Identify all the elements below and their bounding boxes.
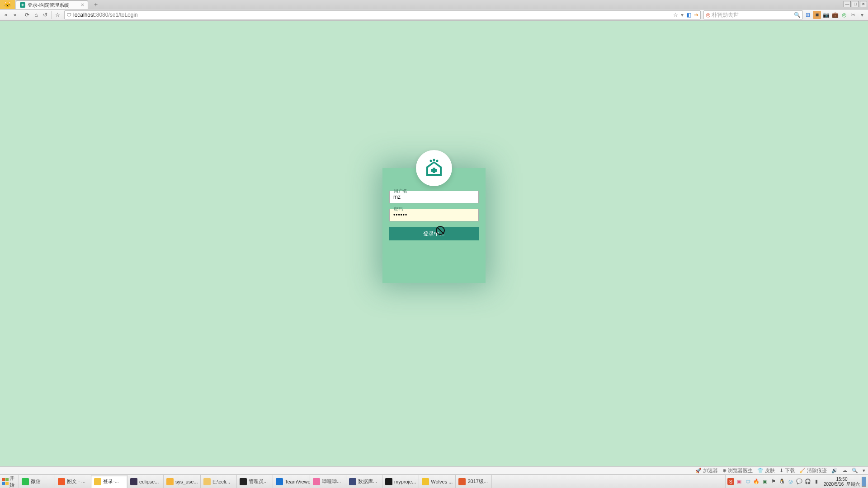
taskbar-item[interactable]: 管理员... [237,475,273,488]
status-accel[interactable]: 🚀 加速器 [695,467,718,474]
status-accel-label: 加速器 [703,467,718,474]
taskbar-item-label: 管理员... [249,478,268,485]
status-skin[interactable]: 👕 皮肤 [757,467,775,474]
taskbar-item[interactable]: myproje... [382,475,419,488]
tray-video-icon[interactable]: ▣ [736,478,743,485]
ext-green-icon[interactable]: ◎ [840,11,848,19]
home-button[interactable]: ⌂ [32,11,40,19]
login-button-label: 登录中… [423,230,445,238]
status-clear-label: 清除痕迹 [807,467,827,474]
maximize-button[interactable]: □ [852,1,859,7]
url-dropdown-icon[interactable]: ▾ [681,12,684,18]
status-clear[interactable]: 🧹 清除痕迹 [799,467,827,474]
clock-day: 星期六 [846,482,860,487]
browser-tab[interactable]: ✚ 登录-医院管理系统 × [16,0,88,9]
svg-point-3 [433,159,435,161]
status-strip: 🚀 加速器 ⊕ 浏览器医生 👕 皮肤 ⬇ 下载 🧹 清除痕迹 🔊 ☁ 🔍 ▾ [0,466,868,474]
taskbar-item[interactable]: TeamViewer [273,475,310,488]
go-icon[interactable]: ➔ [694,12,698,18]
taskbar-item-icon [94,478,101,485]
tray-flame-icon[interactable]: 🔥 [753,478,760,485]
taskbar-item[interactable]: eclipse... [127,475,164,488]
taskbar-item-label: 微信 [31,478,41,485]
url-path: /se1/toLogin [108,12,137,18]
taskbar-item-icon [422,478,429,485]
taskbar-item-icon [240,478,247,485]
taskbar-item[interactable]: Wolves ... [419,475,456,488]
ext-menu-icon[interactable]: ▾ [858,11,866,19]
start-button[interactable]: 开始 [0,475,19,488]
svg-point-2 [430,160,432,162]
taskbar-item[interactable]: sys_use... [164,475,201,488]
url-bar[interactable]: 🛡 localhost :8080 /se1/toLogin ☆ ▾ ◧ ➔ [64,10,701,19]
start-label: 开始 [9,475,17,488]
taskbar-item-label: E:\ecli... [212,479,230,484]
taskbar-item-icon [349,478,356,485]
taskbar-item[interactable]: 图文 - ... [55,475,91,488]
rocket-icon: 🚀 [695,468,702,474]
browser-tab-bar: 🐱 ✚ 登录-医院管理系统 × + — □ ✕ [0,0,868,9]
taskbar-item-label: 哔哩哔... [322,478,341,485]
taskbar-item-icon [385,478,392,485]
ext-block-icon[interactable]: ◾ [813,11,821,19]
status-download-label: 下载 [785,467,795,474]
taskbar-item[interactable]: 微信 [19,475,55,488]
login-card: 用户名 密码 登录中… [382,168,486,283]
ext-cut-icon[interactable]: ✂ [849,11,857,19]
ext-wallet-icon[interactable]: 💼 [831,11,839,19]
tray-battery-icon[interactable]: ▮ [813,478,820,485]
username-label: 用户名 [393,188,408,194]
chevron-down-icon[interactable]: ▾ [863,468,865,474]
taskbar-item[interactable]: 哔哩哔... [310,475,346,488]
login-button[interactable]: 登录中… [389,227,479,240]
taskbar-item[interactable]: 登录-... [91,475,127,488]
zoom-icon[interactable]: 🔍 [852,468,858,474]
bookmark-button[interactable]: ☆ [53,11,61,19]
restore-button[interactable]: ↺ [41,11,49,19]
tray-ime-icon[interactable]: S [727,478,734,485]
search-bar[interactable]: ◎ 朴智勋去世 🔍 [703,10,803,19]
clock-date: 2020/5/16 [824,482,844,487]
cloud-icon[interactable]: ☁ [842,468,847,474]
ext-camera-icon[interactable]: 📷 [822,11,830,19]
status-download[interactable]: ⬇ 下载 [779,467,795,474]
new-tab-button[interactable]: + [92,1,100,8]
tray-box-icon[interactable]: ▣ [762,478,769,485]
volume-icon[interactable]: 🔊 [831,468,838,474]
ext-apps-icon[interactable]: ⊞ [804,11,812,19]
password-label: 密码 [393,206,404,212]
tray-headset-icon[interactable]: 🎧 [805,478,811,485]
windows-icon [2,478,9,485]
tray-circle-icon[interactable]: ◎ [788,478,794,485]
tab-favicon-icon: ✚ [20,2,25,8]
taskbar-item-label: 登录-... [103,478,119,485]
show-desktop-button[interactable] [862,477,866,487]
taskbar-item-label: eclipse... [139,479,159,484]
search-icon[interactable]: 🔍 [794,12,801,18]
taskbar-item[interactable]: 2017级... [456,475,492,488]
taskbar-item-label: 数据库... [358,478,377,485]
compat-icon[interactable]: ◧ [686,12,691,18]
tray-wechat-icon[interactable]: 💬 [796,478,803,485]
tab-close-icon[interactable]: × [81,2,84,8]
password-field-wrap: 密码 [389,209,479,221]
tray-flag-icon[interactable]: ⚑ [770,478,777,485]
close-window-button[interactable]: ✕ [860,1,867,7]
reload-button[interactable]: ⟳ [23,11,31,19]
taskbar-item-icon [276,478,283,485]
taskbar-item[interactable]: 数据库... [346,475,382,488]
favorite-icon[interactable]: ☆ [673,12,678,18]
back-button[interactable]: « [2,11,10,19]
minimize-button[interactable]: — [844,1,851,7]
tray-shield-icon[interactable]: 🛡 [745,478,751,485]
status-doctor[interactable]: ⊕ 浏览器医生 [722,467,753,474]
shirt-icon: 👕 [757,468,764,474]
search-placeholder: 朴智勋去世 [712,11,794,19]
taskbar-item-icon [58,478,65,485]
tray-qq-icon[interactable]: 🐧 [779,478,786,485]
taskbar-item[interactable]: E:\ecli... [201,475,237,488]
forward-button[interactable]: » [11,11,19,19]
taskbar-clock[interactable]: 15:50 2020/5/16 星期六 [824,477,860,487]
plus-icon: ⊕ [722,468,726,474]
tab-title: 登录-医院管理系统 [28,2,69,9]
